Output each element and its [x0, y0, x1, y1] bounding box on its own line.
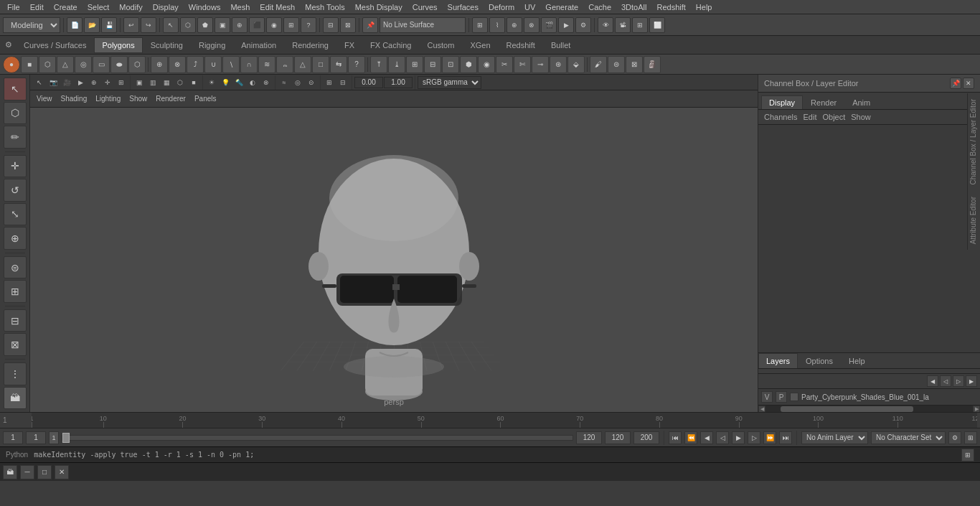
tool-universal[interactable]: ⊕ [4, 227, 27, 250]
scroll-thumb[interactable] [781, 406, 913, 412]
cb-object[interactable]: Object [822, 113, 845, 121]
menu-3dtoall[interactable]: 3DtoAll [617, 1, 651, 13]
rot-manip-btn[interactable]: ⊠ [340, 17, 356, 33]
shelf-mirror[interactable]: ⇆ [330, 56, 347, 73]
playback-end[interactable] [576, 431, 602, 444]
vp-field1[interactable] [354, 77, 383, 88]
rp-close-btn[interactable]: ✕ [963, 78, 974, 89]
tool-rotate[interactable]: ↺ [4, 179, 27, 202]
tab-curves-surfaces[interactable]: Curves / Surfaces [16, 37, 94, 53]
menu-windows[interactable]: Windows [184, 1, 225, 13]
menu-edit[interactable]: Edit [26, 1, 48, 13]
shelf-separate[interactable]: ⊗ [169, 56, 186, 73]
tool-lattice[interactable]: ⊞ [4, 280, 27, 303]
frame-box[interactable]: 1 [49, 431, 59, 444]
tab-xgen[interactable]: XGen [462, 37, 498, 53]
char-set-dropdown[interactable]: No Character Set [871, 431, 946, 444]
snap-point-btn[interactable]: ⊕ [507, 17, 522, 33]
shelf-triangulate[interactable]: △ [294, 56, 311, 73]
tool-sculpt[interactable]: ✏ [4, 126, 27, 149]
menu-curves[interactable]: Curves [408, 1, 442, 13]
save-scene-btn[interactable]: 💾 [101, 17, 117, 33]
tool-scale[interactable]: ⤡ [4, 203, 27, 226]
vp-light3[interactable]: 🔦 [232, 76, 245, 89]
redo-btn[interactable]: ↪ [141, 17, 156, 33]
mode-selector[interactable]: Modeling [3, 17, 60, 33]
layer-tab-layers[interactable]: Layers [758, 353, 798, 368]
vp-cam3-icon[interactable]: ▶ [74, 76, 87, 89]
new-scene-btn[interactable]: 📄 [67, 17, 83, 33]
shelf-help[interactable]: ? [348, 56, 365, 73]
shelf-plane[interactable]: ▭ [93, 56, 110, 73]
frame-input[interactable] [3, 431, 23, 444]
render-btn[interactable]: 🎬 [541, 17, 557, 33]
vp-mb[interactable]: ⊝ [305, 76, 318, 89]
tab-fx-caching[interactable]: FX Caching [362, 37, 419, 53]
shelf-bool-union[interactable]: ∪ [204, 56, 222, 73]
tool1-btn[interactable]: ◉ [266, 17, 282, 33]
menu-display[interactable]: Display [149, 1, 183, 13]
viewport-3d[interactable]: View Shading Lighting Show Renderer Pane… [30, 90, 758, 412]
menu-uv[interactable]: UV [520, 1, 540, 13]
shelf-sphere[interactable]: ● [3, 56, 20, 73]
shelf-cone[interactable]: △ [57, 56, 74, 73]
shelf-lattice[interactable]: ⊠ [626, 56, 643, 73]
menu-create[interactable]: Create [50, 1, 82, 13]
menu-cache[interactable]: Cache [584, 1, 616, 13]
tool-snap2[interactable]: ⊠ [4, 333, 27, 356]
render-set-btn[interactable]: ⚙ [575, 17, 591, 33]
layer-scrollbar-h[interactable]: ◀ ▶ [758, 405, 980, 412]
layer-color[interactable] [790, 393, 798, 401]
tool-select[interactable]: ↖ [4, 78, 27, 100]
shelf-quadrangulate[interactable]: □ [312, 56, 329, 73]
shelf-append[interactable]: ⊞ [406, 56, 423, 73]
marquee-btn[interactable]: ▣ [215, 17, 230, 33]
layer-tab-options[interactable]: Options [798, 353, 841, 368]
rp-tab-render[interactable]: Render [803, 95, 844, 109]
vp-display2[interactable]: ▥ [146, 76, 159, 89]
open-scene-btn[interactable]: 📂 [84, 17, 100, 33]
menu-help[interactable]: Help [692, 1, 717, 13]
shelf-fill[interactable]: ⊟ [424, 56, 441, 73]
snap-curve-btn[interactable]: ⌇ [489, 17, 505, 33]
vp-frame-all[interactable]: ⊟ [336, 76, 349, 89]
timeline-thumb[interactable] [62, 433, 70, 443]
vp-field2[interactable] [384, 77, 413, 88]
vp-light1[interactable]: ☀ [205, 76, 218, 89]
shelf-wedge[interactable]: ⬢ [460, 56, 477, 73]
frame-sel-btn[interactable]: ⬜ [649, 17, 665, 33]
vp-renderer-menu[interactable]: Renderer [152, 94, 189, 103]
cb-show[interactable]: Show [851, 113, 871, 121]
paint-sel-btn[interactable]: ⬡ [180, 17, 196, 33]
vp-shading-menu[interactable]: Shading [57, 94, 91, 103]
cb-edit[interactable]: Edit [803, 113, 816, 121]
shelf-combine[interactable]: ⊕ [151, 56, 168, 73]
shelf-sculpt[interactable]: 🗿 [644, 56, 661, 73]
menu-mesh-tools[interactable]: Mesh Tools [301, 1, 349, 13]
vp-cam2-icon[interactable]: 🎥 [60, 76, 73, 89]
vp-view-menu[interactable]: View [33, 94, 56, 103]
layer-p-btn[interactable]: P [776, 391, 787, 403]
move-manip-btn[interactable]: ⊟ [323, 17, 339, 33]
tool-maya-logo[interactable]: 🏔 [4, 387, 27, 410]
shelf-bool-int[interactable]: ∩ [240, 56, 258, 73]
tool-soft-mod[interactable]: ⊜ [4, 256, 27, 279]
vp-pivot-icon[interactable]: ✛ [101, 76, 114, 89]
vp-panels-menu[interactable]: Panels [191, 94, 220, 103]
vp-show-menu[interactable]: Show [126, 94, 151, 103]
transport-go-start[interactable]: ⏮ [669, 431, 682, 444]
tab-rendering[interactable]: Rendering [284, 37, 336, 53]
vp-frame-icon[interactable]: ⊞ [323, 76, 336, 89]
layer-prev-btn[interactable]: ◀ [927, 375, 938, 387]
rp-tab-anim[interactable]: Anim [844, 95, 878, 109]
snap-grid-btn[interactable]: ⊞ [472, 17, 488, 33]
taskbar-maximize[interactable]: □ [37, 465, 52, 479]
shelf-extrude[interactable]: ⤒ [370, 56, 387, 73]
shelf-multicut[interactable]: ✄ [514, 56, 531, 73]
cb-channels[interactable]: Channels [764, 113, 797, 121]
vp-manip-icon[interactable]: ⊕ [88, 76, 100, 89]
shelf-torus[interactable]: ◎ [75, 56, 92, 73]
frame-all-btn[interactable]: ⊞ [632, 17, 648, 33]
bc-extra-btn[interactable]: ⊞ [964, 431, 977, 444]
menu-mesh-display[interactable]: Mesh Display [351, 1, 407, 13]
